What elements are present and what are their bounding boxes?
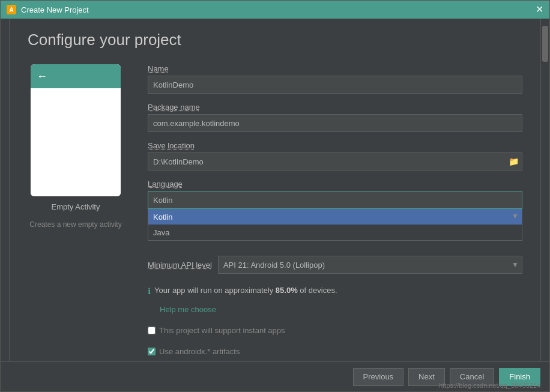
instant-apps-row: This project will support instant apps bbox=[148, 326, 522, 335]
save-location-input[interactable] bbox=[148, 152, 522, 170]
app-icon: A bbox=[7, 5, 16, 14]
language-selected-value: Kotlin bbox=[153, 196, 173, 205]
package-label: Package name bbox=[148, 103, 522, 112]
previous-button[interactable]: Previous bbox=[353, 368, 404, 386]
scrollbar-thumb[interactable] bbox=[542, 26, 548, 62]
name-input[interactable] bbox=[148, 76, 522, 94]
info-text: Your app will run on approximately 85.0%… bbox=[154, 286, 337, 295]
language-dropdown-wrapper: Kotlin ▼ Kotlin Java bbox=[148, 191, 522, 241]
min-api-select[interactable]: API 21: Android 5.0 (Lollipop) bbox=[218, 256, 522, 274]
save-location-input-wrap: 📁 bbox=[148, 152, 522, 170]
androidx-row: Use androidx.* artifacts bbox=[148, 347, 522, 356]
info-icon: ℹ bbox=[148, 286, 151, 296]
language-option-java[interactable]: Java bbox=[148, 225, 522, 240]
min-api-select-wrap: API 21: Android 5.0 (Lollipop) ▼ bbox=[218, 256, 522, 274]
phone-body bbox=[31, 88, 121, 196]
dialog-window: A Create New Project ✕ Configure your pr… bbox=[0, 0, 550, 392]
name-group: Name bbox=[148, 64, 522, 94]
scrollbar-track bbox=[542, 20, 548, 360]
activity-name-label: Empty Activity bbox=[52, 202, 100, 211]
dialog-body: Configure your project ← Empty Activity … bbox=[1, 19, 549, 361]
activity-description: Creates a new empty activity bbox=[29, 220, 121, 229]
name-label: Name bbox=[148, 64, 522, 73]
left-sidebar bbox=[1, 19, 10, 361]
form-panel: Name Package name Save location 📁 bbox=[148, 64, 522, 356]
min-api-label: Minimum API level bbox=[148, 261, 212, 270]
title-bar-left: A Create New Project bbox=[7, 5, 89, 14]
phone-preview: ← bbox=[31, 64, 121, 196]
save-location-label: Save location bbox=[148, 141, 522, 150]
help-me-choose-link[interactable]: Help me choose bbox=[160, 305, 522, 314]
back-arrow-icon: ← bbox=[37, 70, 47, 83]
package-input[interactable] bbox=[148, 114, 522, 132]
language-dropdown-list: Kotlin Java bbox=[148, 209, 522, 241]
instant-apps-label: This project will support instant apps bbox=[159, 326, 285, 335]
page-title: Configure your project bbox=[28, 31, 522, 49]
phone-header: ← bbox=[31, 64, 121, 88]
androidx-label: Use androidx.* artifacts bbox=[159, 347, 240, 356]
close-button[interactable]: ✕ bbox=[536, 5, 543, 14]
info-row: ℹ Your app will run on approximately 85.… bbox=[148, 286, 522, 296]
folder-icon[interactable]: 📁 bbox=[509, 157, 519, 166]
min-api-row: Minimum API level API 21: Android 5.0 (L… bbox=[148, 256, 522, 274]
title-bar: A Create New Project ✕ bbox=[1, 1, 549, 19]
preview-panel: ← Empty Activity Creates a new empty act… bbox=[28, 64, 124, 356]
save-location-group: Save location 📁 bbox=[148, 141, 522, 170]
language-group: Language Kotlin ▼ Kotlin Java bbox=[148, 179, 522, 241]
scrollbar[interactable] bbox=[540, 19, 549, 361]
androidx-checkbox[interactable] bbox=[148, 348, 156, 355]
footer-url: https://blog.csdn.net/qq_38436214 bbox=[439, 382, 540, 389]
language-label: Language bbox=[148, 179, 522, 188]
package-group: Package name bbox=[148, 103, 522, 132]
instant-apps-checkbox[interactable] bbox=[148, 327, 156, 334]
language-dropdown-input[interactable]: Kotlin ▼ bbox=[148, 191, 522, 209]
dialog-footer: Previous Next Cancel Finish https://blog… bbox=[1, 361, 549, 391]
content-area: ← Empty Activity Creates a new empty act… bbox=[28, 64, 522, 356]
main-content: Configure your project ← Empty Activity … bbox=[10, 19, 540, 361]
info-percent: 85.0% bbox=[276, 286, 298, 295]
language-option-kotlin[interactable]: Kotlin bbox=[148, 209, 522, 225]
title-bar-text: Create New Project bbox=[21, 5, 89, 14]
